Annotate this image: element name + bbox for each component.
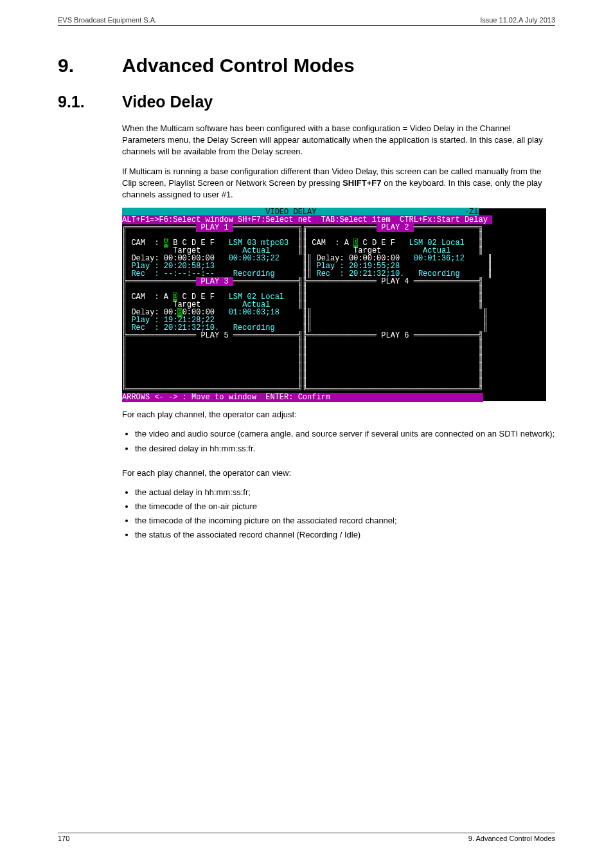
term-menu-d: CTRL+Fx:Start Delay [400,215,492,224]
pane2-header: PLAY 2 [377,223,414,232]
section-9-number: 9. [58,55,122,77]
section-9-heading: 9.Advanced Control Modes [58,55,555,77]
term-menu-b: SH+F7:Select net [233,215,321,224]
section-9-1-title: Video Delay [122,93,213,111]
footer-right: 9. Advanced Control Modes [468,835,555,842]
header-right: Issue 11.02.A July 2013 [480,16,555,24]
p2-rec-r: Recording [404,269,483,278]
section-9-1-number: 9.1. [58,93,122,111]
pane3-header: PLAY 3 [196,277,233,286]
section-9-title: Advanced Control Modes [122,55,355,76]
list-item: the video and audio source (camera angle… [135,428,555,440]
pane1-header: PLAY 1 [196,223,233,232]
page-header: EVS Broadcast Equipment S.A. Issue 11.02… [58,16,555,26]
list-item: the actual delay in hh:mm:ss:fr; [135,487,555,498]
para-adjust-intro: For each play channel, the operator can … [122,409,555,420]
list-item: the desired delay in hh:mm:ss:fr. [135,443,555,455]
list-item: the timecode of the on-air picture [135,501,555,512]
paragraph-2: If Multicam is running a base configurat… [122,166,555,201]
adjust-list: the video and audio source (camera angle… [122,428,555,454]
term-bottom-bar: ARROWS <- -> : Move to window ENTER: Con… [122,393,483,402]
paragraph-1: When the Multicam software has been conf… [122,123,555,158]
view-list: the actual delay in hh:mm:ss:fr; the tim… [122,487,555,541]
para2-key: SHIFT+F7 [342,178,381,188]
page-footer: 170 9. Advanced Control Modes [58,833,555,842]
list-item: the status of the associated record chan… [135,529,555,541]
section-9-1-heading: 9.1.Video Delay [58,93,555,111]
pane5-header: PLAY 5 [196,331,233,340]
footer-left: 170 [58,835,69,842]
video-delay-terminal: VIDEO DELAY -Zi ALT+F1=>F6:Select window… [122,208,546,401]
list-item: the timecode of the incoming picture on … [135,515,555,527]
pane6-header: PLAY 6 [377,331,414,340]
pane4-header: PLAY 4 [377,277,414,286]
header-left: EVS Broadcast Equipment S.A. [58,16,157,24]
para-view-intro: For each play channel, the operator can … [122,467,555,479]
